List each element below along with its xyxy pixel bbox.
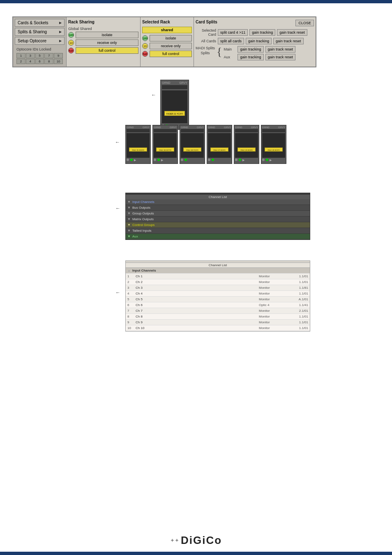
detail-row-10: 10 Ch 10 Monitor 1.1/01: [126, 325, 310, 331]
madi-main-row: Main gain tracking gain track reset: [224, 46, 295, 53]
fader-strip-3: GRNDGRVY FHLC 28 YCXYI: [180, 125, 205, 164]
fader-dots-1: ▶: [127, 159, 150, 162]
expand-icon-1[interactable]: ▼: [127, 200, 131, 204]
fader-strip-2: GRNDGRVY FHLC 26 XCYYI ▶: [152, 125, 178, 164]
logo-stars: ✦✦: [170, 537, 179, 543]
madi-splits-area: MADI Splits Splits { Main gain tracking …: [196, 46, 314, 60]
ch-name-input: Input Channels: [132, 200, 154, 204]
green-dot-1: 189: [68, 32, 74, 38]
setup-optocore-button[interactable]: Setup Optocore ▶: [15, 37, 65, 45]
row-name-1: Ch 1: [136, 274, 168, 278]
main-gain-tracking-btn[interactable]: gain tracking: [238, 46, 263, 53]
detail-row-5: 5 Ch 5 Monitor A.1/01: [126, 297, 310, 302]
selected-card-row: SelectedCard split card 4 >11 gain track…: [196, 28, 314, 37]
main-label: Main: [224, 47, 236, 51]
grid-num-6: 6: [35, 59, 44, 64]
gain-track-reset-btn-1[interactable]: gain track reset: [277, 29, 307, 36]
setup-optocore-label: Setup Optocore: [18, 39, 46, 43]
red-dot-1: full: [68, 48, 74, 53]
fader-strip-1: GRNDGRVY FHLC 25 XCXYI ▶: [125, 125, 151, 164]
split-card-button[interactable]: split card 4 >11: [218, 29, 248, 36]
grid-num-10: 10: [54, 59, 63, 64]
grid-num-2: 2: [16, 59, 25, 64]
rack-sharing-panel: Rack Sharing Global Shared 189 isolate 1…: [67, 17, 141, 67]
ch-name-matrix: Matrix Outputs: [132, 217, 154, 221]
row-value-1: 1.1/01: [284, 274, 308, 278]
all-cards-label: All Cards: [196, 39, 216, 43]
expand-icon-4[interactable]: ▼: [127, 217, 131, 221]
madi-aux-row: Aux gain tracking gain track reset: [224, 54, 295, 60]
fader-track: FADER 21 YCXYI: [162, 90, 187, 123]
single-fader-panel: GRND GRVY FADER 21 YCXYI ▶: [160, 80, 193, 130]
annotation-arrow-3: ←: [115, 205, 120, 211]
grid-num-3: 3: [26, 53, 35, 58]
digico-logo: ✦✦ DiGiCo: [170, 534, 222, 547]
sel-isolate-btn[interactable]: isolate: [150, 35, 192, 41]
rack-receive-row: 13 receive only: [68, 39, 138, 46]
gain-tracking-btn-1[interactable]: gain tracking: [249, 29, 275, 36]
list-item-group-outputs: ▼ Group Outputs: [126, 211, 310, 216]
rack-full-btn[interactable]: full control: [76, 47, 138, 54]
rack-receive-btn[interactable]: receive only: [76, 39, 138, 46]
fader-thumb[interactable]: FADER 21 YCXYI: [164, 111, 185, 116]
fader-label: FADER 21 YCXYI: [166, 113, 183, 115]
gain-tracking-btn-2[interactable]: gain tracking: [246, 38, 272, 44]
fader-thumb-1[interactable]: FHLC 25 XCXYI: [129, 147, 148, 152]
yellow-dot-1: 13: [68, 40, 74, 46]
split-all-cards-button[interactable]: split all cards: [218, 38, 244, 44]
selected-rack-panel: Selected Rack shared 189 isolate 13 rece…: [141, 17, 194, 67]
detail-row-9: 9 Ch 9 Monitor 1.1/01: [126, 320, 310, 325]
aux-gain-tracking-btn[interactable]: gain tracking: [238, 54, 263, 60]
detail-section-header: ▲ Input Channels: [126, 268, 310, 274]
fader-top-labels: GRND GRVY: [162, 81, 187, 84]
rack-isolate-btn[interactable]: isolate: [76, 32, 138, 38]
detail-row-2: 2 Ch 2 Monitor 1.1/01: [126, 279, 310, 285]
channel-list-panel: ← Channel List ▼ Input Channels ▼ Bus Ou…: [125, 193, 310, 240]
ch-name-bus: Bus Outputs: [132, 206, 150, 210]
expand-icon-6[interactable]: ▼: [127, 229, 131, 233]
global-shared-label: Global Shared: [68, 27, 138, 31]
faders-row-panel: ← GRNDGRVY FHLC 25 XCXYI ▶: [125, 125, 286, 164]
optocore-locked-label: Optocore IDs Locked: [15, 46, 65, 52]
grid-num-4: 4: [26, 59, 35, 64]
detail-row-8: 8 Ch 8 Monitor 1.1/01: [126, 314, 310, 320]
sel-isolate-row: 189 isolate: [142, 35, 192, 41]
fader-strip-5: GRNDGRVY FHLC 23 XCXYI ▶: [234, 125, 259, 164]
expand-icon-7[interactable]: ▼: [127, 235, 131, 238]
madi-brace: {: [217, 46, 222, 58]
shared-button[interactable]: shared: [142, 27, 192, 33]
sel-receive-btn[interactable]: receive only: [150, 43, 192, 49]
selected-card-label: SelectedCard: [196, 28, 216, 37]
logo-text: DiGiCo: [181, 534, 222, 547]
id-grid: 1 3 5 7 9 2 4 6 8 10: [15, 52, 65, 65]
expand-icon-5[interactable]: ▼: [127, 223, 131, 227]
ch-name-aux: Aux: [132, 235, 138, 238]
sel-full-btn[interactable]: full control: [150, 51, 192, 57]
cards-sockets-button[interactable]: Cards & Sockets ▶: [15, 19, 65, 27]
fader-display: [162, 85, 187, 89]
splits-sharing-label: Splits & Sharing: [18, 30, 47, 34]
bottom-bar: [0, 552, 392, 555]
main-gain-track-reset-btn[interactable]: gain track reset: [265, 46, 296, 53]
aux-gain-track-reset-btn[interactable]: gain track reset: [265, 54, 296, 60]
gain-track-reset-btn-2[interactable]: gain track reset: [273, 38, 304, 44]
detail-title: Channel List: [126, 263, 310, 268]
expand-icon-3[interactable]: ▼: [127, 212, 131, 215]
rack-sharing-title: Rack Sharing: [68, 19, 138, 25]
list-item-matrix-outputs: ▼ Matrix Outputs: [126, 216, 310, 222]
madi-splits-text: Splits: [201, 51, 210, 55]
left-panel: Cards & Sockets ▶ Splits & Sharing ▶ Set…: [13, 17, 67, 67]
detail-row-3: 3 Ch 3 Monitor 1.1/81: [126, 285, 310, 291]
selected-rack-title: Selected Rack: [142, 19, 192, 25]
close-button[interactable]: CLOSE: [295, 20, 314, 26]
expand-icon-2[interactable]: ▼: [127, 206, 131, 210]
annotation-arrow-1: ←: [151, 92, 156, 98]
channel-list-title: Channel List: [126, 195, 310, 199]
expand-detail-icon[interactable]: ▲: [127, 269, 131, 272]
grvy-label: GRVY: [179, 81, 187, 84]
fader-display-1: [127, 129, 150, 132]
fader-strip-single: GRND GRVY FADER 21 YCXYI ▶: [160, 80, 189, 130]
annotation-arrow-4: ←: [115, 290, 120, 295]
ch-name-control: Control Groups: [132, 223, 154, 227]
splits-sharing-button[interactable]: Splits & Sharing ▶: [15, 28, 65, 36]
